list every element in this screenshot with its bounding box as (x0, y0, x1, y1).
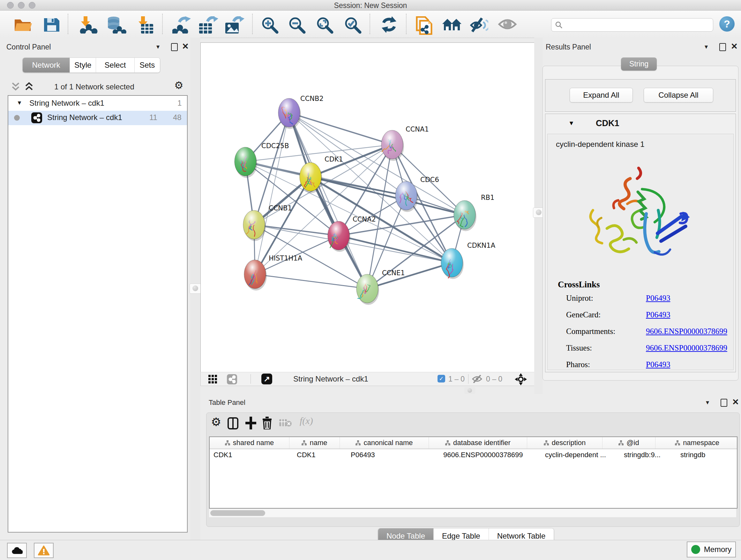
column-header-canonical-name[interactable]: canonical name (340, 437, 429, 449)
table-panel-float-icon[interactable] (721, 399, 727, 407)
fit-crosshair-icon[interactable] (515, 373, 527, 385)
tab-string[interactable]: String (621, 57, 657, 71)
crosslink-value[interactable]: 9606.ENSP00000378699 (646, 327, 727, 336)
tab-select[interactable]: Select (96, 58, 134, 72)
eye-icon[interactable] (498, 16, 517, 32)
show-columns-icon[interactable] (227, 417, 239, 429)
zoom-fit-icon[interactable] (316, 16, 334, 34)
left-splitter-handle[interactable] (190, 284, 201, 294)
edge-CCNA2-CDKN1A[interactable] (339, 236, 452, 263)
tab-network[interactable]: Network (23, 58, 70, 72)
crosslink-value[interactable]: 9606.ENSP00000378699 (646, 344, 727, 353)
search-input[interactable] (563, 20, 706, 29)
refresh-icon[interactable] (381, 16, 398, 34)
birds-eye-grid-icon[interactable] (208, 375, 217, 384)
string-document-icon[interactable] (415, 16, 433, 35)
edge-CCNB1-CCNA2[interactable] (254, 225, 339, 236)
table-header-row: shared namenamecanonical namedatabase id… (210, 437, 737, 449)
table-panel-close-icon[interactable]: ✕ (732, 397, 739, 407)
add-column-icon[interactable] (246, 417, 256, 429)
network-options-gear-icon[interactable]: ⚙ (174, 79, 184, 91)
zoom-in-icon[interactable] (261, 16, 279, 34)
node-RB1[interactable]: RB1 (454, 194, 494, 231)
memory-button[interactable]: Memory (687, 542, 736, 557)
import-table-file-icon[interactable] (135, 16, 154, 34)
gene-collapse-icon[interactable]: ▼ (568, 120, 575, 127)
ext-arrow-glyph: ↗ (264, 374, 270, 383)
table-cell[interactable]: stringdb (677, 449, 741, 461)
table-gear-icon[interactable]: ⚙ (211, 415, 221, 429)
selected-checkbox-icon[interactable]: ✓ (437, 375, 445, 382)
network-edges[interactable] (246, 113, 465, 289)
import-network-database-icon[interactable] (106, 16, 126, 34)
expand-all-networks-icon[interactable] (24, 82, 34, 92)
column-header-namespace[interactable]: namespace (656, 437, 739, 449)
node-HIST1H1A[interactable]: HIST1H1A (244, 254, 302, 291)
share-network-icon[interactable] (227, 374, 237, 384)
control-panel-collapse-icon[interactable]: ▾ (156, 43, 159, 51)
crosslink-value[interactable]: P06493 (646, 294, 670, 303)
table-cell[interactable]: CDK1 (210, 449, 293, 461)
delete-column-icon[interactable] (262, 417, 272, 429)
edge-CCNB2-HIST1H1A[interactable] (255, 113, 289, 274)
string-home-icon[interactable] (442, 16, 462, 33)
crosslink-value[interactable]: P06493 (646, 310, 670, 319)
table-horizontal-scrollbar[interactable] (209, 509, 736, 517)
warning-status-button[interactable] (34, 543, 54, 558)
control-panel-tabs: Network Style Select Sets (22, 57, 160, 73)
detach-view-icon[interactable]: ↗ (261, 374, 272, 384)
edge-CCNB2-CCNA1[interactable] (289, 113, 392, 145)
network-collection-row[interactable]: ▼ String Network – cdk1 1 (8, 97, 187, 111)
table-cell[interactable]: P06493 (347, 449, 440, 461)
export-network-icon[interactable] (172, 16, 192, 34)
help-button[interactable]: ? (719, 16, 735, 32)
edge-CCNE1-CDKN1A[interactable] (367, 263, 452, 289)
table-cell[interactable]: stringdb:9... (620, 449, 677, 461)
tab-sets[interactable]: Sets (135, 58, 160, 72)
crosslink-value[interactable]: P06493 (646, 360, 670, 369)
tree-expand-icon[interactable]: ▼ (17, 100, 22, 106)
expand-all-button[interactable]: Expand All (569, 88, 633, 103)
network-row-selected[interactable]: String Network – cdk1 11 48 (8, 111, 187, 125)
tab-style[interactable]: Style (70, 58, 96, 72)
column-header-name[interactable]: name (289, 437, 340, 449)
column-header-description[interactable]: description (527, 437, 603, 449)
bottom-splitter-handle[interactable] (464, 387, 475, 394)
results-panel-close-icon[interactable]: ✕ (731, 42, 738, 51)
control-panel-float-icon[interactable] (171, 43, 178, 51)
cloud-status-button[interactable] (7, 543, 27, 558)
table-cell[interactable]: 9606.ENSP00000378699 (440, 449, 541, 461)
export-image-icon[interactable] (224, 16, 245, 34)
node-CCNA1[interactable]: CCNA1 (381, 125, 429, 161)
hide-glass-icon[interactable] (470, 16, 488, 34)
control-panel-close-icon[interactable]: ✕ (182, 42, 189, 51)
results-panel-collapse-icon[interactable]: ▾ (704, 43, 708, 51)
search-box[interactable] (551, 18, 713, 32)
table-panel-collapse-icon[interactable]: ▾ (706, 398, 709, 406)
save-session-icon[interactable] (44, 16, 60, 32)
export-table-icon[interactable] (198, 16, 218, 34)
node-table[interactable]: shared namenamecanonical namedatabase id… (209, 436, 738, 509)
table-row[interactable]: CDK1CDK1P064939606.ENSP00000378699cyclin… (210, 449, 737, 461)
table-cell[interactable]: cyclin-dependent ... (541, 449, 620, 461)
import-network-file-icon[interactable] (79, 16, 98, 34)
column-header-database-identifier[interactable]: database identifier (429, 437, 527, 449)
column-header-shared-name[interactable]: shared name (210, 437, 289, 449)
edge-CCNB2-CCNE1[interactable] (289, 113, 367, 289)
left-splitter[interactable] (190, 38, 200, 540)
column-header--id[interactable]: @id (603, 437, 656, 449)
hidden-eye-slash-icon[interactable] (472, 375, 483, 383)
network-graph[interactable]: CCNB2CCNA1CDC25BCDK1CDC6RB1CCNB1CCNA2HIS… (201, 43, 535, 372)
zoom-selected-icon[interactable] (344, 16, 362, 34)
table-cell[interactable]: CDK1 (293, 449, 347, 461)
collapse-all-networks-icon[interactable] (11, 82, 20, 92)
zoom-out-icon[interactable] (288, 16, 306, 34)
collapse-all-button[interactable]: Collapse All (644, 88, 713, 103)
scrollbar-thumb[interactable] (210, 510, 265, 516)
network-canvas[interactable]: CCNB2CCNA1CDC25BCDK1CDC6RB1CCNB1CCNA2HIS… (200, 43, 535, 373)
results-panel-float-icon[interactable] (719, 43, 726, 51)
node-CCNE1[interactable]: CCNE1 (356, 269, 405, 305)
node-CDKN1A[interactable]: CDKN1A (441, 242, 495, 279)
open-session-icon[interactable] (14, 16, 32, 32)
edge-HIST1H1A-CCNE1[interactable] (255, 274, 367, 289)
